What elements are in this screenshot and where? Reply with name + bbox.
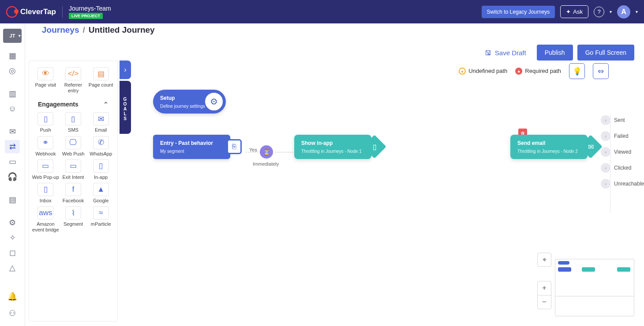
goals-tab[interactable]: GOALS [120, 81, 131, 134]
layout-button[interactable]: ⇔ [593, 63, 609, 79]
palette-amazon-event-bridge[interactable]: awsAmazon event bridge [32, 206, 59, 233]
nav-chat-icon[interactable]: ✉ [5, 125, 20, 138]
gear-icon: ⚙ [204, 91, 224, 112]
save-draft-button[interactable]: 🖫Save Draft [479, 45, 532, 60]
monitor-icon: 🖵 [65, 136, 81, 149]
help-icon[interactable]: ? [594, 7, 604, 17]
nav-analytics-icon[interactable]: ▥ [5, 87, 20, 100]
nav-spark-icon[interactable]: ✧ [5, 231, 20, 244]
node-entry[interactable]: Entry - Past behavior My segment ⎘ [153, 135, 230, 159]
zoom-out-button[interactable]: − [538, 296, 551, 309]
palette-webhook[interactable]: ⚭Webhook [32, 136, 59, 157]
popup-icon: ▭ [37, 159, 53, 173]
palette-push[interactable]: ▯Push [32, 112, 59, 133]
minimap[interactable] [555, 259, 634, 316]
palette-email[interactable]: ✉Email [87, 112, 115, 133]
nav-boards-icon[interactable]: ▦ [5, 49, 20, 62]
node-inapp-title: Show in-app [301, 140, 364, 146]
connector [275, 152, 293, 152]
timer-node[interactable]: ⏳ [260, 145, 273, 159]
palette-google[interactable]: ▲Google [87, 183, 115, 204]
exit-icon: ⎘ [227, 139, 242, 154]
outcome-failed[interactable]: ›Failed [601, 131, 644, 141]
palette-exit-intent[interactable]: ▭Exit Intent [60, 159, 87, 180]
palette-facebook[interactable]: fFacebook [60, 183, 87, 204]
node-setup[interactable]: Setup Define journey settings ⚙ [153, 90, 226, 114]
publish-button[interactable]: Publish [537, 45, 573, 61]
mparticle-icon: ≈ [93, 206, 109, 220]
webhook-icon: ⚭ [37, 136, 53, 149]
palette-sms[interactable]: ▯SMS [60, 112, 87, 133]
content-area: Journeys / Untitled Journey 🖫Save Draft … [25, 23, 644, 326]
device-icon: ▯ [363, 135, 386, 159]
list-icon: ▤ [93, 67, 109, 80]
nav-headset-icon[interactable]: 🎧 [5, 170, 20, 183]
facebook-icon: f [65, 183, 81, 196]
chevron-right-icon: › [601, 163, 610, 173]
project-badge: LIVE PROJECT [69, 13, 103, 19]
zoom-in-button[interactable]: + [538, 281, 551, 296]
legend-undefined: ●Undefined path [459, 68, 507, 75]
nav-org-icon[interactable]: ⚇ [5, 307, 20, 320]
palette-in-app[interactable]: ▯In-app [87, 159, 115, 180]
palette-web-popup[interactable]: ▭Web Pop-up [32, 159, 59, 180]
zoom-controls: + − [537, 281, 551, 309]
action-row: 🖫Save Draft Publish Go Full Screen [25, 35, 644, 61]
palette-page-visit[interactable]: 👁Page visit [32, 67, 59, 94]
node-email-title: Send email [517, 140, 580, 146]
fullscreen-button[interactable]: Go Full Screen [577, 45, 634, 61]
left-nav-rail: JT▾ ▦ ◎ ▥ ☺ ✉ ⇄ ▭ 🎧 ▤ ⚙ ✧ ◻ △ 🔔 ⚇ [0, 23, 25, 326]
breadcrumb-root[interactable]: Journeys [42, 25, 79, 35]
avatar[interactable]: A [617, 5, 630, 19]
mail-icon: ✉ [579, 135, 603, 159]
journey-canvas[interactable]: ●Undefined path ●Required path 💡 ⇔ Setup… [131, 61, 644, 326]
nav-calendar-icon[interactable]: ▭ [5, 155, 20, 168]
palette-collapse-button[interactable]: › [120, 61, 131, 79]
required-dot-icon: ● [515, 68, 522, 75]
breadcrumb-sep: / [82, 25, 85, 35]
nav-bell-icon[interactable]: 🔔 [5, 290, 20, 303]
save-icon: 🖫 [485, 49, 491, 57]
chevron-right-icon: › [601, 131, 610, 141]
chevron-right-icon: › [601, 115, 610, 125]
nav-target-icon[interactable]: ◎ [5, 64, 20, 77]
palette-web-push[interactable]: 🖵Web Push [60, 136, 87, 157]
logo[interactable]: CleverTap [6, 6, 63, 18]
nav-settings-icon[interactable]: ⚙ [5, 216, 20, 229]
palette-mparticle[interactable]: ≈mParticle [87, 206, 115, 233]
node-entry-sub: My segment [160, 149, 223, 154]
palette-referrer-entry[interactable]: </>Referrer entry [60, 67, 87, 94]
nav-card-icon[interactable]: ▤ [5, 193, 20, 206]
nav-journeys-icon[interactable]: ⇄ [5, 140, 20, 153]
outcome-sent[interactable]: ›Sent [601, 115, 644, 125]
node-email-sub: Throttling in Journeys - Node 2 [517, 149, 580, 154]
nav-alert-icon[interactable]: △ [5, 261, 20, 274]
ask-button[interactable]: ✦Ask [560, 5, 588, 18]
recenter-button[interactable]: ⌖ [537, 253, 551, 267]
palette-page-count[interactable]: ▤Page count [87, 67, 115, 94]
palette-segment[interactable]: ⌇Segment [60, 206, 87, 233]
outcome-viewed[interactable]: ›Viewed [601, 147, 644, 157]
code-icon: </> [65, 67, 81, 80]
node-show-inapp[interactable]: Show in-app Throttling in Journeys - Nod… [294, 135, 371, 159]
switch-legacy-button[interactable]: Switch to Legacy Journeys [482, 6, 555, 18]
palette-whatsapp[interactable]: ✆WhatsApp [87, 136, 115, 157]
nav-bookmark-icon[interactable]: ◻ [5, 246, 20, 259]
outcome-unreachable[interactable]: ›Unreachable [601, 179, 644, 189]
project-switcher[interactable]: JT▾ [3, 29, 22, 43]
lightbulb-button[interactable]: 💡 [569, 63, 585, 79]
avatar-dropdown-icon[interactable]: ▾ [636, 9, 638, 14]
palette-section-header[interactable]: Engagements ⌃ [32, 96, 115, 112]
node-send-email[interactable]: Send email Throttling in Journeys - Node… [510, 135, 588, 159]
chevron-up-icon: ⌃ [103, 101, 109, 108]
undefined-dot-icon: ● [459, 68, 466, 75]
palette-inbox[interactable]: ▯Inbox [32, 183, 59, 204]
path-legend: ●Undefined path ●Required path 💡 ⇔ [459, 63, 609, 79]
mail-icon: ✉ [93, 112, 109, 125]
outcomes-list: ›Sent ›Failed ›Viewed ›Clicked ›Unreacha… [601, 115, 644, 189]
sparkle-icon: ✦ [566, 8, 571, 15]
inapp-icon: ▯ [93, 159, 109, 173]
help-dropdown-icon[interactable]: ▾ [610, 9, 612, 14]
outcome-clicked[interactable]: ›Clicked [601, 163, 644, 173]
nav-users-icon[interactable]: ☺ [5, 102, 20, 115]
